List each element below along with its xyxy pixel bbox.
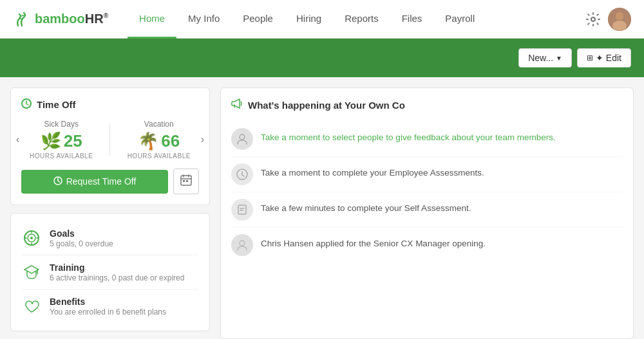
left-column: Time Off ‹ Sick Days 🌿 25 HOURS AVAILABL… [10,87,210,339]
goals-sub: 5 goals, 0 overdue [50,239,113,248]
benefits-item[interactable]: Benefits You are enrolled in 6 benefit p… [21,289,199,323]
benefits-text: Benefits You are enrolled in 6 benefit p… [50,297,166,316]
nav-reports[interactable]: Reports [333,0,390,39]
sick-days-label: Sick Days [30,120,93,129]
sick-hours-sub: HOURS AVAILABLE [30,152,93,160]
green-band: New... ▼ ⊞ ✦ Edit [0,39,644,77]
application-text: Chris Hansen applied for the Senior CX M… [261,234,486,250]
svg-point-13 [30,237,33,239]
news-title: What's happening at Your Own Co [248,100,405,111]
timeoff-actions: Request Time Off [21,169,199,194]
goals-text: Goals 5 goals, 0 overdue [50,228,113,248]
band-buttons: New... ▼ ⊞ ✦ Edit [518,48,631,68]
training-sub: 6 active trainings, 0 past due or expire… [50,273,184,282]
avatar-svg [608,8,631,31]
training-text: Training 6 active trainings, 0 past due … [50,262,184,282]
nav-hiring[interactable]: Hiring [285,0,333,39]
sick-number: 25 [64,131,82,151]
news-item-assessment: Take a moment to complete your Employee … [231,157,623,192]
news-card: What's happening at Your Own Co Take a m… [220,87,634,339]
svg-rect-10 [186,180,188,182]
edit-label: ✦ Edit [596,53,621,63]
training-icon [21,262,42,282]
svg-point-17 [240,241,245,246]
nav-people[interactable]: People [231,0,285,39]
vacation-icon: 🌴 [138,131,158,151]
vacation-hours-sub: HOURS AVAILABLE [128,152,191,160]
navbar: bambooHR® Home My Info People Hiring Rep… [0,0,644,39]
assessment-text: Take a moment to complete your Employee … [261,163,484,179]
benefits-icon [21,296,42,316]
megaphone-icon [231,98,243,111]
feedback-link[interactable]: Take a moment to select people to give f… [261,133,556,142]
avatar[interactable] [608,8,631,31]
clock-icon [21,98,32,111]
grid-icon: ⊞ [587,53,593,62]
feedback-text: Take a moment to select people to give f… [261,128,556,144]
nav-links: Home My Info People Hiring Reports Files… [128,0,586,39]
nav-myinfo[interactable]: My Info [176,0,231,39]
sick-days-item: Sick Days 🌿 25 HOURS AVAILABLE [30,120,93,160]
vacation-item: Vacation 🌴 66 HOURS AVAILABLE [128,120,191,160]
svg-rect-9 [183,180,185,182]
benefits-sub: You are enrolled in 6 benefit plans [50,307,166,316]
timeoff-next-button[interactable]: › [201,134,204,145]
edit-button[interactable]: ⊞ ✦ Edit [577,48,631,68]
self-assessment-avatar [231,199,253,221]
chevron-down-icon: ▼ [556,55,562,62]
main-content: Time Off ‹ Sick Days 🌿 25 HOURS AVAILABL… [0,77,644,339]
benefits-title: Benefits [50,297,166,307]
new-label: New... [528,53,553,63]
goals-item[interactable]: Goals 5 goals, 0 overdue [21,221,199,255]
news-item-self-assessment: Take a few minutes to complete your Self… [231,192,623,228]
new-button[interactable]: New... ▼ [518,48,572,68]
news-item-feedback: Take a moment to select people to give f… [231,122,623,157]
training-title: Training [50,262,184,273]
feedback-avatar [231,128,253,150]
calendar-icon [180,174,192,188]
timeoff-title: Time Off [37,99,76,110]
nav-payroll[interactable]: Payroll [433,0,486,39]
timeoff-header: Time Off [21,98,199,111]
svg-point-4 [612,21,627,31]
svg-rect-16 [238,205,246,214]
logo-bamboo-text: bambooHR® [35,12,108,26]
settings-button[interactable] [586,12,600,26]
timeoff-prev-button[interactable]: ‹ [16,134,19,145]
request-timeoff-label: Request Time Off [66,176,137,187]
request-timeoff-button[interactable]: Request Time Off [21,170,168,194]
nav-files[interactable]: Files [390,0,434,39]
request-icon [53,176,62,187]
application-avatar [231,234,253,256]
bamboo-logo-icon [13,10,31,28]
training-item[interactable]: Training 6 active trainings, 0 past due … [21,255,199,289]
nav-right [586,8,631,31]
svg-point-1 [591,17,595,21]
news-item-application: Chris Hansen applied for the Senior CX M… [231,228,623,262]
goals-icon [21,228,42,248]
sick-days-value: 🌿 25 [30,131,93,151]
vacation-label: Vacation [128,120,191,129]
timeoff-divider [109,124,110,156]
nav-home[interactable]: Home [128,0,176,39]
assessment-avatar [231,163,253,185]
avatar-image [608,8,631,31]
vacation-value: 🌴 66 [128,131,191,151]
timeoff-grid: ‹ Sick Days 🌿 25 HOURS AVAILABLE Vacatio… [21,120,199,160]
svg-point-14 [240,134,245,140]
info-card: Goals 5 goals, 0 overdue Training 6 acti… [10,213,210,331]
vacation-number: 66 [161,131,180,151]
self-assessment-text: Take a few minutes to complete your Self… [261,199,471,215]
logo[interactable]: bambooHR® [13,10,108,28]
goals-title: Goals [50,228,113,239]
right-column: What's happening at Your Own Co Take a m… [220,87,634,339]
timeoff-card: Time Off ‹ Sick Days 🌿 25 HOURS AVAILABL… [10,87,210,205]
gear-icon [586,12,600,26]
news-header: What's happening at Your Own Co [231,98,623,111]
svg-point-5 [616,12,623,20]
calendar-button[interactable] [173,169,199,194]
sick-icon: 🌿 [41,131,61,151]
